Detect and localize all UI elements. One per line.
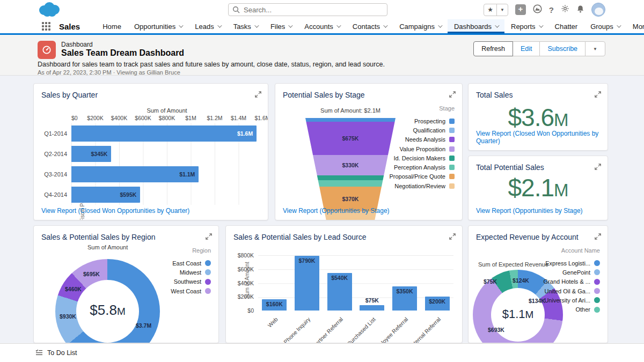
help-icon[interactable]: ?	[549, 5, 554, 14]
funnel-segment-needs-analysis[interactable]: $675K	[297, 122, 404, 155]
card-expected-revenue-by-account: Expected Revenue by Account Sum of Expec…	[468, 225, 608, 343]
more-actions-button[interactable]: ▼	[585, 41, 605, 56]
card-title: Total Potential Sales	[476, 163, 544, 172]
favorites-control: ★ ▼	[484, 4, 508, 16]
bar-external-referral[interactable]: $200K	[425, 297, 450, 311]
user-avatar[interactable]	[591, 3, 605, 17]
expand-icon[interactable]	[255, 90, 261, 100]
funnel-chart[interactable]: $675K $330K $370K $395K	[297, 118, 404, 220]
card-title: Sales & Potential Sales by Region	[41, 233, 155, 241]
app-launcher-icon[interactable]	[42, 22, 50, 31]
bar-employee-referral[interactable]: $350K	[392, 286, 417, 311]
legend-item: West Coast	[171, 286, 211, 295]
y-axis-ticks: $800K $600K $400K $200K $0	[226, 255, 254, 311]
expand-icon[interactable]	[206, 232, 212, 242]
nav-tab-opportunities[interactable]: Opportunities	[128, 19, 188, 33]
bar-q4-2014[interactable]: $595K	[71, 187, 140, 203]
bar-phone-inquiry[interactable]: $790K	[295, 256, 319, 311]
chevron-down-icon	[288, 23, 292, 27]
funnel-segment-id-decision-makers[interactable]	[297, 175, 404, 180]
bar-partner-referral[interactable]: $540K	[327, 273, 352, 311]
todo-list-button[interactable]: To Do List	[47, 349, 77, 357]
app-navigation-bar: Sales Home Opportunities Leads Tasks Fil…	[0, 19, 644, 35]
segment-label: $693K	[488, 327, 504, 333]
search-input[interactable]	[228, 3, 387, 16]
bar-q3-2014[interactable]: $1.1M	[71, 166, 199, 182]
bar-q2-2014[interactable]: $345K	[71, 146, 111, 162]
card-sales-by-quarter: Sales by Quarter Sum of Amount $0 $200K …	[33, 83, 268, 220]
expand-icon[interactable]	[595, 232, 601, 242]
total-sales-metric: $3.6M	[469, 103, 608, 132]
legend-item: Value Proposition	[389, 144, 455, 153]
card-title: Sales by Quarter	[41, 91, 98, 99]
segment-label: $134K	[529, 298, 545, 304]
notifications-bell-icon[interactable]	[576, 5, 584, 15]
bar-purchased-list[interactable]: $75K	[360, 305, 384, 311]
page-title: Sales Team Dream Dashboard	[61, 48, 184, 58]
segment-label: $695K	[83, 271, 100, 277]
legend-item: Express Logisti...	[544, 258, 600, 268]
bar-q1-2014[interactable]: $1.6M	[71, 125, 257, 142]
nav-tab-files[interactable]: Files	[264, 19, 298, 33]
legend-item: University of Ari...	[544, 295, 600, 305]
segment-label: $460K	[65, 286, 82, 292]
subscribe-button[interactable]: Subscribe	[539, 41, 586, 56]
global-search	[228, 3, 387, 16]
expand-icon[interactable]	[595, 162, 601, 172]
nav-tab-more[interactable]: More▼	[626, 19, 644, 33]
chevron-down-icon	[179, 23, 183, 27]
nav-tab-dashboards[interactable]: Dashboards	[448, 19, 504, 33]
dashboard-description: Dashboard for sales team to track past s…	[38, 61, 385, 68]
card-total-potential-sales: Total Potential Sales $2.1M View Report …	[468, 156, 608, 220]
card-title: Sales & Potential Sales by Lead Source	[233, 233, 367, 241]
add-icon[interactable]: +	[515, 4, 526, 15]
view-report-link[interactable]: View Report (Opportunities by Stage)	[283, 207, 390, 215]
funnel-segment-value-proposition[interactable]: $330K	[297, 155, 404, 175]
nav-tab-home[interactable]: Home	[96, 19, 128, 33]
expand-icon[interactable]	[449, 232, 456, 242]
setup-gear-icon[interactable]	[561, 4, 569, 15]
nav-tab-groups[interactable]: Groups	[584, 19, 626, 33]
category-label: Q1-2014	[34, 130, 67, 137]
chevron-down-icon	[383, 23, 387, 27]
card-title: Expected Revenue by Account	[476, 233, 579, 241]
legend-item: Midwest	[171, 268, 211, 277]
total-potential-sales-metric: $2.1M	[469, 173, 608, 202]
chevron-down-icon	[617, 23, 621, 27]
chevron-down-icon	[438, 23, 442, 27]
card-title: Potential Sales by Stage	[283, 91, 365, 99]
nav-tab-campaigns[interactable]: Campaigns	[393, 19, 448, 33]
card-total-sales: Total Sales $3.6M View Report (Closed Wo…	[468, 83, 608, 151]
view-report-link[interactable]: View Report (Closed Won Opportunities by…	[41, 207, 189, 215]
nav-tab-reports[interactable]: Reports	[504, 19, 548, 33]
view-report-link[interactable]: View Report (Opportunities by Stage)	[476, 207, 583, 215]
expand-icon[interactable]	[449, 90, 456, 100]
record-type-label: Dashboard	[61, 41, 93, 48]
donut-total: $1.1M	[473, 307, 563, 321]
nav-tab-chatter[interactable]: Chatter	[548, 19, 584, 33]
region-donut-chart[interactable]	[55, 259, 160, 343]
region-legend: Region East Coast Midwest Southwest West…	[171, 247, 211, 295]
current-app-name: Sales	[59, 22, 80, 31]
nav-tab-tasks[interactable]: Tasks	[227, 19, 264, 33]
search-icon	[232, 6, 240, 13]
legend-item: United Oil & Ga...	[544, 286, 600, 295]
favorites-list-button[interactable]: ▼	[497, 4, 508, 16]
legend-item: Prospecting	[389, 116, 455, 125]
nav-tab-leads[interactable]: Leads	[188, 19, 226, 33]
funnel-segment-prospecting[interactable]	[297, 118, 404, 122]
funnel-segment-perception-analysis[interactable]	[297, 180, 404, 187]
segment-label: $124K	[513, 277, 529, 284]
view-report-link[interactable]: View Report (Closed Won Opportunities by…	[476, 130, 608, 145]
favorite-star-button[interactable]: ★	[484, 4, 497, 16]
salesforce-logo	[36, 2, 62, 20]
nav-tab-accounts[interactable]: Accounts	[298, 19, 346, 33]
category-label: External Referral	[407, 316, 442, 343]
guidance-center-icon[interactable]	[533, 4, 542, 16]
global-header: ★ ▼ + ?	[0, 0, 644, 19]
expand-icon[interactable]	[595, 90, 601, 100]
nav-tab-contacts[interactable]: Contacts	[346, 19, 393, 33]
edit-button[interactable]: Edit	[513, 41, 540, 56]
refresh-button[interactable]: Refresh	[473, 41, 513, 56]
bar-web[interactable]: $160K	[262, 299, 287, 311]
